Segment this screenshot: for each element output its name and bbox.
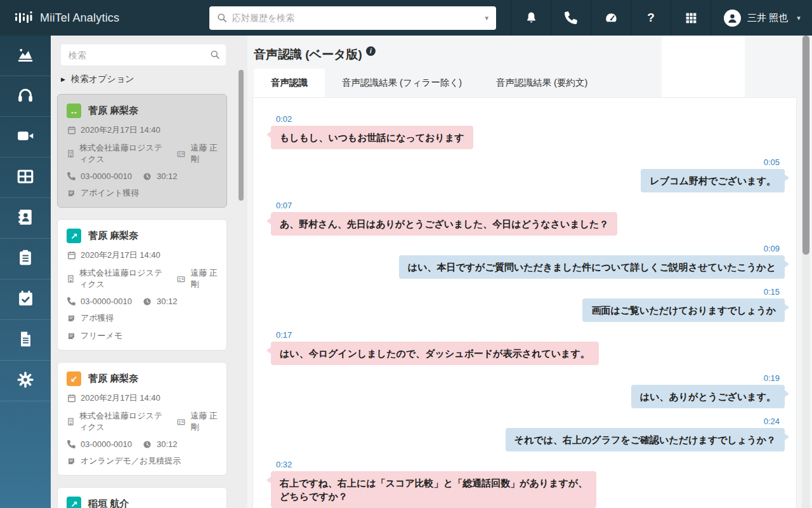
card-date: 2020年2月17日 14:40 <box>81 250 160 261</box>
nav-table-icon[interactable] <box>0 157 51 198</box>
id-card-icon <box>176 418 186 426</box>
notifications-bell-icon[interactable] <box>511 0 551 36</box>
message-bubble[interactable]: はい、今ログインしましたので、ダッシュボードが表示されています。 <box>271 342 599 365</box>
memo-icon <box>67 189 76 197</box>
card-memo: アポイント獲得 <box>81 187 140 199</box>
table-icon <box>16 167 35 189</box>
tab-inactive[interactable]: 音声認識結果 (要約文) <box>479 69 605 97</box>
outgoing-call-icon: ↗ <box>67 229 81 243</box>
app-logo: MiiTel Analytics <box>0 9 209 27</box>
nav-clipboard-list-icon[interactable] <box>0 239 51 279</box>
app-title: MiiTel Analytics <box>40 11 119 25</box>
card-detail-row: フリーメモ <box>67 330 219 342</box>
card-detail-row: 株式会社遠藤ロジスティクス遠藤 正剛 <box>67 410 219 433</box>
clock-icon <box>143 297 152 306</box>
transcript-message: 0:15画面はご覧いただけておりますでしょうか <box>271 287 785 322</box>
user-menu[interactable]: 三井 照也 ▾ <box>710 0 811 36</box>
id-card-icon <box>176 150 186 158</box>
card-contact-name: 菅原 麻梨奈 <box>88 230 138 242</box>
id-card-icon <box>176 275 186 283</box>
nav-calendar-check-icon[interactable] <box>0 279 51 320</box>
nav-address-book-icon[interactable] <box>0 198 51 239</box>
call-list-search-input[interactable] <box>69 50 206 60</box>
message-bubble[interactable]: はい、本日ですがご質問いただきました件について詳しくご説明させていたこうかと <box>399 255 785 279</box>
building-icon <box>67 149 75 158</box>
video-camera-icon <box>16 126 35 148</box>
transcript-message: 0:17はい、今ログインしましたので、ダッシュボードが表示されています。 <box>271 330 785 365</box>
phone-icon[interactable] <box>551 0 591 36</box>
apps-grid-icon[interactable] <box>671 0 710 36</box>
call-card[interactable]: ↙菅原 麻梨奈2020年2月17日 14:40株式会社遠藤ロジスティクス遠藤 正… <box>57 362 227 476</box>
search-icon <box>217 13 227 23</box>
transcript-message: 0:07あ、野村さん、先日はありがとうございました、今日はどうなさいました？ <box>271 201 785 236</box>
memo-icon <box>67 314 76 323</box>
message-bubble[interactable]: あ、野村さん、先日はありがとうございました、今日はどうなさいました？ <box>271 212 617 236</box>
card-detail-row: 03-0000-001030:12 <box>67 297 219 306</box>
calendar-check-icon <box>16 289 35 311</box>
building-icon <box>67 274 75 283</box>
card-header: ↙菅原 麻梨奈 <box>67 371 219 386</box>
message-bubble[interactable]: 画面はご覧いただけておりますでしょうか <box>582 298 785 322</box>
search-dropdown-caret-icon[interactable]: ▾ <box>485 14 488 22</box>
search-options-toggle[interactable]: ▶ 検索オプション <box>61 74 237 85</box>
calendar-icon <box>67 251 76 260</box>
clock-icon <box>143 440 152 449</box>
user-avatar <box>724 10 741 27</box>
card-detail-row: 株式会社遠藤ロジスティクス遠藤 正剛 <box>67 142 219 165</box>
transcript-message: 0:02もしもし、いつもお世話になっております <box>271 114 785 149</box>
nav-video-camera-icon[interactable] <box>0 117 51 157</box>
global-search[interactable]: ▾ <box>209 6 496 30</box>
area-chart-icon <box>16 45 35 67</box>
nav-headset-icon[interactable] <box>0 76 51 117</box>
transcript-message: 0:19はい、ありがとうございます。 <box>271 373 785 408</box>
headset-icon <box>16 86 35 107</box>
search-options-label: 検索オプション <box>71 74 134 85</box>
call-card-list: ↔菅原 麻梨奈2020年2月17日 14:40株式会社遠藤ロジスティクス遠藤 正… <box>51 94 247 508</box>
tab-active[interactable]: 音声認識 <box>254 69 325 97</box>
message-timestamp: 0:17 <box>276 330 292 340</box>
message-timestamp: 0:02 <box>276 114 292 124</box>
global-search-input[interactable] <box>232 13 477 23</box>
card-phone-number: 03-0000-0010 <box>81 297 132 306</box>
call-card[interactable]: ↔菅原 麻梨奈2020年2月17日 14:40株式会社遠藤ロジスティクス遠藤 正… <box>57 94 227 208</box>
call-card[interactable]: ↗稲垣 航介2020年2月16日 12:00加藤整形外科加藤 さおり03-000… <box>57 487 227 508</box>
call-list-search[interactable] <box>61 44 226 65</box>
message-bubble[interactable]: もしもし、いつもお世話になっております <box>271 126 473 149</box>
document-icon <box>17 330 34 351</box>
nav-area-chart-icon[interactable] <box>0 36 51 76</box>
nav-document-icon[interactable] <box>0 320 51 361</box>
card-person: 遠藤 正剛 <box>190 142 219 165</box>
transcript-chat: 0:02もしもし、いつもお世話になっております0:05レブコム野村でございます。… <box>253 98 796 508</box>
card-detail-row: 2020年2月17日 14:40 <box>67 392 219 404</box>
dashboard-gauge-icon[interactable] <box>591 0 631 36</box>
card-duration: 30:12 <box>157 171 178 181</box>
nav-gear-icon[interactable] <box>0 361 51 401</box>
search-icon <box>210 50 220 62</box>
message-bubble[interactable]: レブコム野村でございます。 <box>641 169 785 192</box>
message-bubble[interactable]: 右上ですね、右上には「スコア比較」と「総通話回数」がありますが、 どちらですか？ <box>271 471 596 508</box>
message-timestamp: 0:24 <box>764 417 780 426</box>
info-icon[interactable]: i <box>366 46 376 56</box>
message-bubble[interactable]: はい、ありがとうございます。 <box>631 385 785 408</box>
window-scrollbar-thumb[interactable] <box>802 36 809 255</box>
message-timestamp: 0:32 <box>276 460 292 469</box>
card-memo: フリーメモ <box>81 330 122 342</box>
transcript-message: 0:05レブコム野村でございます。 <box>271 157 785 192</box>
card-detail-row: 03-0000-001030:12 <box>67 171 219 181</box>
window-scrollbar-track[interactable] <box>802 36 810 508</box>
sidebar-scrollbar-thumb[interactable] <box>239 70 244 201</box>
card-detail-row: 株式会社遠藤ロジスティクス遠藤 正剛 <box>67 267 219 290</box>
calendar-icon <box>67 394 76 403</box>
call-card[interactable]: ↗菅原 麻梨奈2020年2月17日 14:40株式会社遠藤ロジスティクス遠藤 正… <box>57 219 227 351</box>
message-timestamp: 0:05 <box>764 157 780 167</box>
gear-icon <box>16 370 35 392</box>
card-header: ↗菅原 麻梨奈 <box>67 229 219 243</box>
tab-inactive[interactable]: 音声認識結果 (フィラー除く) <box>325 69 479 97</box>
card-duration: 30:12 <box>157 297 178 306</box>
message-timestamp: 0:07 <box>276 201 292 210</box>
help-icon[interactable]: ? <box>631 0 671 36</box>
message-bubble[interactable]: それでは、右上のグラフをご確認いただけますでしょうか？ <box>506 428 785 451</box>
message-timestamp: 0:09 <box>764 244 780 253</box>
card-contact-name: 稲垣 航介 <box>88 498 129 508</box>
user-name: 三井 照也 <box>747 12 788 24</box>
